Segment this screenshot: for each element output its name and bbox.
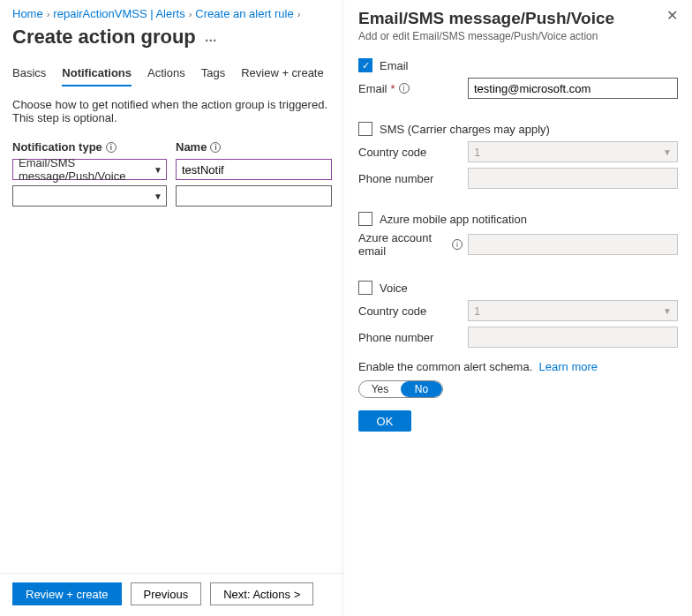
breadcrumb: Home › repairActionVMSS | Alerts › Creat… bbox=[12, 7, 332, 20]
notification-type-select-empty[interactable]: ▼ bbox=[12, 185, 167, 207]
info-icon[interactable]: i bbox=[106, 142, 117, 153]
notification-name-input-empty[interactable] bbox=[176, 185, 332, 207]
next-button[interactable]: Next: Actions > bbox=[210, 582, 313, 605]
chevron-down-icon: ▼ bbox=[663, 147, 672, 157]
info-icon[interactable]: i bbox=[210, 142, 221, 153]
voice-phone-input[interactable] bbox=[468, 327, 678, 348]
sms-code-label: Country code bbox=[358, 146, 463, 159]
voice-phone-label: Phone number bbox=[358, 331, 463, 344]
sms-phone-input[interactable] bbox=[468, 168, 678, 189]
tab-actions[interactable]: Actions bbox=[147, 61, 185, 86]
chevron-down-icon: ▼ bbox=[154, 192, 162, 201]
sms-checkbox[interactable] bbox=[358, 122, 372, 136]
panel-title: Email/SMS message/Push/Voice bbox=[358, 9, 614, 28]
sms-code-select[interactable]: 1 ▼ bbox=[468, 141, 678, 162]
previous-button[interactable]: Previous bbox=[131, 582, 202, 605]
tab-review[interactable]: Review + create bbox=[241, 61, 324, 86]
column-header-type: Notification typei bbox=[12, 140, 167, 154]
tabs: Basics Notifications Actions Tags Review… bbox=[12, 61, 332, 87]
info-icon[interactable]: i bbox=[399, 83, 410, 94]
email-label: Email* i bbox=[358, 82, 463, 95]
voice-code-select[interactable]: 1 ▼ bbox=[468, 300, 678, 321]
close-icon[interactable]: ✕ bbox=[666, 9, 678, 23]
push-checkbox-label: Azure mobile app notification bbox=[380, 213, 527, 226]
sms-phone-label: Phone number bbox=[358, 172, 463, 185]
side-panel: Email/SMS message/Push/Voice Add or edit… bbox=[344, 0, 692, 616]
chevron-down-icon: ▼ bbox=[154, 165, 162, 175]
voice-checkbox[interactable] bbox=[358, 281, 372, 295]
learn-more-link[interactable]: Learn more bbox=[539, 360, 598, 373]
tab-basics[interactable]: Basics bbox=[12, 61, 46, 86]
email-input[interactable] bbox=[468, 78, 678, 99]
notification-type-select[interactable]: Email/SMS message/Push/Voice ▼ bbox=[12, 159, 167, 180]
intro-text: Choose how to get notified when the acti… bbox=[12, 98, 332, 124]
chevron-right-icon: › bbox=[189, 9, 192, 19]
sms-checkbox-label: SMS (Carrier charges may apply) bbox=[380, 123, 550, 136]
email-checkbox-label: Email bbox=[380, 59, 409, 72]
chevron-right-icon: › bbox=[297, 9, 301, 19]
review-create-button[interactable]: Review + create bbox=[12, 582, 122, 605]
tab-tags[interactable]: Tags bbox=[201, 61, 225, 86]
column-header-name: Namei bbox=[176, 140, 332, 154]
chevron-right-icon: › bbox=[47, 9, 50, 19]
page-title: Create action group … bbox=[12, 26, 332, 49]
more-icon[interactable]: … bbox=[205, 30, 218, 44]
schema-toggle[interactable]: Yes No bbox=[358, 380, 443, 398]
push-checkbox[interactable] bbox=[358, 212, 372, 226]
push-label: Azure account email i bbox=[358, 231, 463, 258]
footer-bar: Review + create Previous Next: Actions > bbox=[0, 573, 344, 616]
voice-code-label: Country code bbox=[358, 304, 463, 318]
notification-name-input[interactable] bbox=[176, 159, 332, 180]
email-checkbox[interactable]: ✓ bbox=[358, 58, 372, 72]
toggle-no[interactable]: No bbox=[401, 381, 442, 397]
breadcrumb-item-alerts[interactable]: repairActionVMSS | Alerts bbox=[53, 7, 184, 20]
breadcrumb-home[interactable]: Home bbox=[12, 7, 43, 20]
push-email-input[interactable] bbox=[468, 234, 678, 255]
tab-notifications[interactable]: Notifications bbox=[62, 61, 132, 86]
voice-checkbox-label: Voice bbox=[380, 282, 408, 295]
panel-subtitle: Add or edit Email/SMS message/Push/Voice… bbox=[358, 30, 614, 42]
breadcrumb-item-rule[interactable]: Create an alert rule bbox=[195, 7, 293, 20]
toggle-yes[interactable]: Yes bbox=[359, 381, 401, 397]
schema-text: Enable the common alert schema. Learn mo… bbox=[358, 360, 678, 373]
chevron-down-icon: ▼ bbox=[663, 306, 672, 316]
info-icon[interactable]: i bbox=[452, 239, 463, 250]
ok-button[interactable]: OK bbox=[358, 410, 411, 432]
